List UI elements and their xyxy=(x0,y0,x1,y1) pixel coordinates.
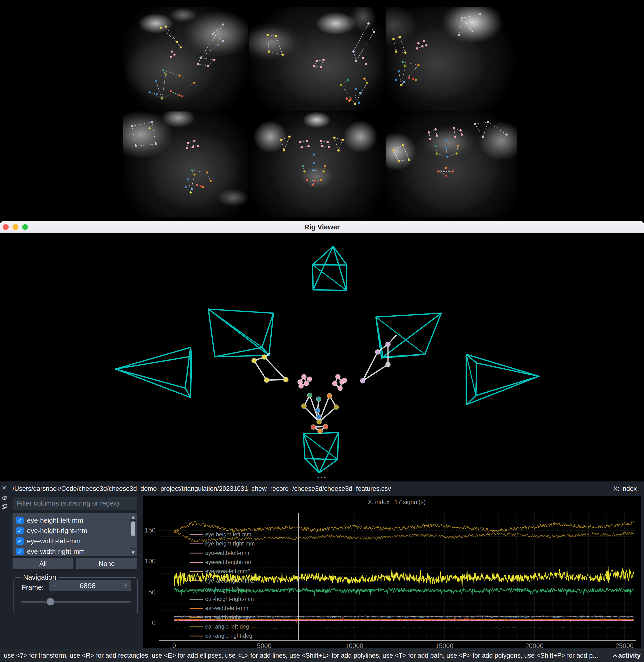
series-ear-height-right-mm xyxy=(174,616,634,617)
y-tick-label: 100 xyxy=(145,558,156,565)
frame-spinner[interactable]: − 6898 + xyxy=(49,580,131,591)
camera-frustum xyxy=(466,354,539,405)
pane-divider[interactable] xyxy=(3,512,3,556)
chevron-up-icon xyxy=(613,654,618,658)
svg-text:eye-height-right-mm: eye-height-right-mm xyxy=(205,540,255,547)
mouse-3d-skeleton xyxy=(252,335,396,433)
x-axis-mode-label[interactable]: X: index xyxy=(613,485,637,493)
x-tick-label: 20000 xyxy=(525,642,543,648)
csv-file-path: /Users/darsnack/Code/cheese3d/cheese3d_d… xyxy=(13,485,391,493)
column-row-eye-height-left-mm[interactable]: ✓eye-height-left-mm xyxy=(13,515,137,525)
svg-text:ear-angle-right-deg: ear-angle-right-deg xyxy=(205,633,252,639)
file-path-row: /Users/darsnack/Code/cheese3d/cheese3d_d… xyxy=(0,483,644,495)
column-row-eye-width-right-mm[interactable]: ✓eye-width-right-mm xyxy=(13,546,137,556)
cam-view-2 xyxy=(249,7,385,111)
window-titlebar[interactable]: Rig Viewer xyxy=(0,221,644,233)
frame-label: Frame: xyxy=(22,584,44,591)
features-panel: /Users/darsnack/Code/cheese3d/cheese3d_d… xyxy=(0,481,644,649)
close-icon[interactable]: × xyxy=(2,483,6,492)
column-label: eye-height-left-mm xyxy=(27,517,83,524)
column-label: eye-width-left-mm xyxy=(27,537,80,545)
series-ear-height-left-mm xyxy=(174,616,634,616)
checkbox-eye-width-left-mm[interactable]: ✓ xyxy=(16,537,24,545)
columns-list[interactable]: ▲ ▼ ✓eye-height-left-mm✓eye-height-right… xyxy=(13,513,137,556)
checkbox-eye-height-right-mm[interactable]: ✓ xyxy=(16,527,24,535)
activity-toggle[interactable]: activity xyxy=(613,652,641,659)
svg-text:eye-width-right-mm: eye-width-right-mm xyxy=(205,559,253,565)
frame-value[interactable]: 6898 xyxy=(66,582,109,590)
legend-item: ear-angle-right-deg xyxy=(189,633,252,639)
column-label: eye-height-right-mm xyxy=(27,527,87,535)
camera-frustum xyxy=(313,246,347,290)
x-tick-label: 10000 xyxy=(345,642,363,648)
cam-view-5 xyxy=(249,112,385,217)
frame-increment-button[interactable]: + xyxy=(123,581,128,589)
legend-item: ear-height-right-mm xyxy=(189,596,254,602)
legend-item: eye-width-right-mm xyxy=(189,559,253,565)
camera-grid xyxy=(0,0,644,221)
column-label: eye-width-right-mm xyxy=(27,548,85,555)
cam-view-3 xyxy=(386,7,517,111)
rig-3d-viewport[interactable] xyxy=(0,233,644,481)
checkbox-eye-height-left-mm[interactable]: ✓ xyxy=(16,517,24,524)
frame-slider[interactable] xyxy=(21,601,131,602)
cam-view-6 xyxy=(386,112,517,217)
svg-text:ear-angle-left-deg: ear-angle-left-deg xyxy=(205,623,249,630)
column-row-eye-height-right-mm[interactable]: ✓eye-height-right-mm xyxy=(13,525,137,536)
rig-3d-scene xyxy=(0,233,644,481)
svg-text:eye-width-left-mm: eye-width-left-mm xyxy=(205,550,249,556)
window-title: Rig Viewer xyxy=(304,223,340,231)
column-row-eye-width-left-mm[interactable]: ✓eye-width-left-mm xyxy=(13,536,137,546)
copy-icon[interactable] xyxy=(1,504,8,511)
camera-frustum xyxy=(303,432,338,473)
svg-text:ear-height-right-mm: ear-height-right-mm xyxy=(205,596,254,602)
signals-plot[interactable]: X: index | 17 signal(s)05010015005000100… xyxy=(143,496,641,648)
camera-frustum xyxy=(376,313,441,358)
x-tick-label: 25000 xyxy=(615,642,634,648)
close-window-button[interactable] xyxy=(3,224,9,230)
minimize-window-button[interactable] xyxy=(13,224,18,230)
frame-decrement-button[interactable]: − xyxy=(52,581,57,589)
shortcut-hints: use <7> for transform, use <R> for add r… xyxy=(4,652,598,659)
legend-item: eye-height-right-mm xyxy=(189,540,255,547)
y-tick-label: 50 xyxy=(148,589,156,596)
x-tick-label: 15000 xyxy=(435,642,453,648)
svg-text:eye-area-left-mm2: eye-area-left-mm2 xyxy=(205,568,251,574)
y-tick-label: 0 xyxy=(152,619,156,626)
plot-title: X: index | 17 signal(s) xyxy=(368,499,426,505)
x-tick-label: 0 xyxy=(172,642,176,648)
select-none-button[interactable]: None xyxy=(76,558,137,569)
filter-columns-input[interactable] xyxy=(13,497,137,510)
zoom-window-button[interactable] xyxy=(22,224,28,230)
series-signal-15-light-blue xyxy=(174,618,634,618)
navigation-group: Navigation Frame: − 6898 + xyxy=(14,577,138,614)
svg-text:eye-height-left-mm: eye-height-left-mm xyxy=(205,531,251,538)
series-ear-angle-left-deg xyxy=(174,521,634,533)
svg-text:ear-width-left-mm: ear-width-left-mm xyxy=(205,605,248,611)
camera-frustum xyxy=(208,309,273,357)
x-tick-label: 5000 xyxy=(257,642,271,648)
pane-drag-handle[interactable]: ••• xyxy=(0,475,644,481)
checkbox-eye-width-right-mm[interactable]: ✓ xyxy=(16,548,24,555)
select-all-button[interactable]: All xyxy=(13,558,73,569)
frame-slider-thumb[interactable] xyxy=(47,598,54,606)
cam-view-1 xyxy=(123,7,248,111)
camera-frustum xyxy=(116,347,192,398)
plot-canvas[interactable]: X: index | 17 signal(s)05010015005000100… xyxy=(143,496,641,648)
status-bar: use <7> for transform, use <R> for add r… xyxy=(0,649,644,662)
eye-slash-icon[interactable] xyxy=(1,495,8,502)
legend-item: ear-width-left-mm xyxy=(189,605,248,611)
activity-label: activity xyxy=(618,652,641,659)
legend-item: ear-angle-left-deg xyxy=(189,623,249,630)
cam-view-4 xyxy=(123,112,248,217)
y-tick-label: 150 xyxy=(145,527,156,534)
